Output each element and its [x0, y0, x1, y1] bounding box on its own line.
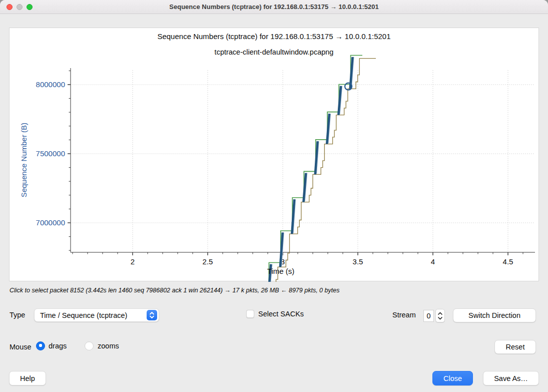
- dialog-footer: Help Close Save As…: [0, 371, 548, 386]
- titlebar[interactable]: Sequence Numbers (tcptrace) for 192.168.…: [0, 0, 548, 14]
- stream-label: Stream: [392, 311, 416, 319]
- help-button[interactable]: Help: [9, 371, 46, 385]
- mouse-drags-label: drags: [49, 342, 67, 350]
- stepper-up-icon[interactable]: [437, 311, 443, 316]
- svg-text:7500000: 7500000: [36, 149, 65, 158]
- reset-button[interactable]: Reset: [494, 340, 536, 354]
- svg-text:4.5: 4.5: [503, 257, 513, 266]
- chart-subtitle: tcptrace-client-defaultwindow.pcapng: [10, 48, 538, 56]
- mouse-drags-radio[interactable]: [36, 341, 45, 350]
- chevron-up-down-icon: [147, 310, 157, 320]
- graph-type-dropdown[interactable]: Time / Sequence (tcptrace): [34, 308, 159, 322]
- mouse-label: Mouse: [10, 343, 32, 351]
- svg-text:2.5: 2.5: [203, 257, 213, 266]
- chart-panel: 22.533.544.56000000650000070000007500000…: [9, 28, 539, 281]
- packet-hint-text: Click to select packet 8152 (3.442s len …: [10, 287, 339, 294]
- stream-number-field[interactable]: 0: [423, 310, 434, 322]
- select-sacks-checkbox[interactable]: [246, 310, 254, 318]
- mouse-zooms-radio[interactable]: [85, 341, 94, 350]
- window-title: Sequence Numbers (tcptrace) for 192.168.…: [0, 0, 548, 14]
- svg-text:4: 4: [431, 257, 435, 266]
- svg-text:7000000: 7000000: [36, 218, 65, 227]
- switch-direction-button[interactable]: Switch Direction: [453, 308, 536, 322]
- select-sacks-label: Select SACKs: [258, 310, 304, 318]
- tcp-stream-graph-window: Sequence Numbers (tcptrace) for 192.168.…: [0, 0, 548, 392]
- svg-text:3.5: 3.5: [353, 257, 363, 266]
- controls-row-2: Mouse drags zooms Reset: [0, 340, 548, 355]
- chart-title: Sequence Numbers (tcptrace) for 192.168.…: [10, 32, 538, 41]
- close-button[interactable]: Close: [432, 371, 473, 385]
- svg-text:2: 2: [131, 257, 135, 266]
- stream-stepper[interactable]: [435, 309, 445, 322]
- type-label: Type: [10, 311, 25, 319]
- svg-text:8000000: 8000000: [36, 80, 65, 89]
- stepper-down-icon[interactable]: [437, 316, 443, 320]
- graph-type-value: Time / Sequence (tcptrace): [35, 311, 147, 319]
- x-axis-title: Time (s): [141, 267, 421, 275]
- controls-row-1: Type Time / Sequence (tcptrace) Select S…: [0, 308, 548, 323]
- mouse-zooms-label: zooms: [98, 342, 119, 350]
- y-axis-title: Sequence Number (B): [20, 115, 28, 205]
- tcptrace-plot[interactable]: 22.533.544.56000000650000070000007500000…: [10, 28, 539, 282]
- save-as-button[interactable]: Save As…: [483, 371, 539, 385]
